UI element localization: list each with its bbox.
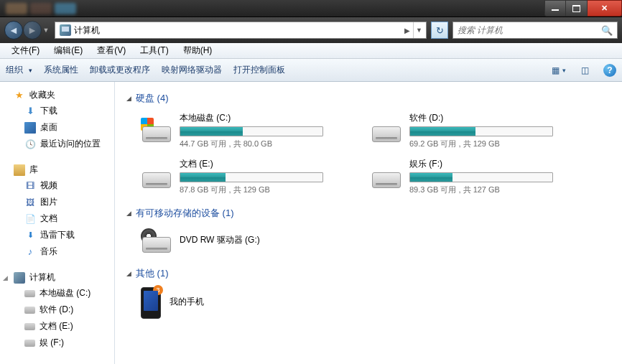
sidebar-item-label: 软件 (D:) — [40, 304, 73, 316]
document-icon — [24, 213, 36, 225]
drive-usage-text: 89.3 GB 可用 , 共 127 GB — [409, 185, 579, 195]
sidebar-computer-header[interactable]: ◢ 计算机 — [0, 270, 114, 285]
sidebar-favorites-header[interactable]: ★ 收藏夹 — [0, 88, 114, 103]
menu-bar: 文件(F) 编辑(E) 查看(V) 工具(T) 帮助(H) — [0, 43, 622, 59]
drive-name: 娱乐 (F:) — [409, 158, 579, 170]
hard-drive-icon — [141, 162, 172, 191]
sidebar-item-label: 本地磁盘 (C:) — [40, 287, 90, 299]
breadcrumb-separator-icon[interactable]: ▶ — [401, 27, 413, 34]
window-minimize-button[interactable] — [544, 0, 566, 17]
section-header-hdd[interactable]: ◢ 硬盘 (4) — [126, 92, 611, 105]
toolbar-open-control-panel[interactable]: 打开控制面板 — [233, 64, 285, 76]
sidebar-item-label: 视频 — [40, 179, 57, 192]
sidebar-libraries-label: 库 — [29, 164, 38, 176]
computer-icon — [14, 272, 25, 284]
hdd-drive-list: 本地磁盘 (C:)44.7 GB 可用 , 共 80.0 GB软件 (D:)69… — [126, 112, 611, 195]
sidebar-drive-d[interactable]: 软件 (D:) — [0, 302, 114, 318]
drive-item[interactable]: 文档 (E:)87.8 GB 可用 , 共 129 GB — [141, 158, 349, 195]
section-title: 其他 (1) — [136, 267, 169, 280]
drive-usage-text: 44.7 GB 可用 , 共 80.0 GB — [180, 139, 349, 149]
picture-icon — [24, 197, 36, 208]
titlebar-blur-area — [0, 0, 544, 17]
section-header-removable[interactable]: ◢ 有可移动存储的设备 (1) — [126, 207, 611, 220]
navigation-pane: ★ 收藏夹 ⬇ 下载 桌面 最近访问的位置 库 — [0, 82, 115, 364]
other-device-item[interactable]: 3我的手机 — [141, 287, 204, 319]
sidebar-item-label: 娱 (F:) — [40, 337, 64, 349]
sidebar-libraries-header[interactable]: 库 — [0, 162, 114, 177]
drive-icon — [24, 307, 35, 314]
section-title: 硬盘 (4) — [136, 92, 169, 105]
drive-item[interactable]: 软件 (D:)69.2 GB 可用 , 共 129 GB — [371, 112, 579, 149]
hard-drive-icon — [141, 116, 172, 145]
address-bar[interactable]: 计算机 ▶ ▼ — [55, 22, 427, 39]
content-pane: ◢ 硬盘 (4) 本地磁盘 (C:)44.7 GB 可用 , 共 80.0 GB… — [115, 82, 622, 364]
drive-name: 软件 (D:) — [409, 112, 579, 124]
other-device-list: 3我的手机 — [126, 287, 611, 319]
drive-info: 本地磁盘 (C:)44.7 GB 可用 , 共 80.0 GB — [180, 112, 349, 149]
drive-info: 软件 (D:)69.2 GB 可用 , 共 129 GB — [409, 112, 579, 149]
drive-name: 本地磁盘 (C:) — [180, 112, 349, 124]
drive-item[interactable]: 本地磁盘 (C:)44.7 GB 可用 , 共 80.0 GB — [141, 112, 349, 149]
menu-view[interactable]: 查看(V) — [90, 42, 133, 59]
sidebar-item-videos[interactable]: 视频 — [0, 177, 114, 194]
music-icon — [24, 246, 36, 258]
refresh-button[interactable]: ↻ — [431, 22, 448, 39]
menu-tools[interactable]: 工具(T) — [133, 42, 175, 59]
menu-file[interactable]: 文件(F) — [4, 42, 47, 59]
sidebar-item-desktop[interactable]: 桌面 — [0, 119, 114, 136]
nav-history-dropdown[interactable]: ▼ — [42, 27, 50, 34]
sidebar-favorites-label: 收藏夹 — [29, 89, 55, 101]
sidebar-drive-c[interactable]: 本地磁盘 (C:) — [0, 285, 114, 302]
section-header-other[interactable]: ◢ 其他 (1) — [126, 267, 611, 280]
organize-button[interactable]: 组织 — [6, 64, 32, 76]
navigation-bar: ◄ ► ▼ 计算机 ▶ ▼ ↻ 🔍 — [0, 17, 622, 43]
sidebar-item-label: 迅雷下载 — [40, 229, 75, 241]
desktop-icon — [24, 122, 36, 134]
sidebar-favorites-group: ★ 收藏夹 ⬇ 下载 桌面 最近访问的位置 — [0, 88, 114, 152]
help-icon[interactable]: ? — [603, 64, 616, 77]
search-box[interactable]: 🔍 — [452, 22, 618, 39]
drive-icon — [24, 340, 35, 347]
address-dropdown-icon[interactable]: ▼ — [413, 22, 424, 38]
sidebar-drive-e[interactable]: 文档 (E:) — [0, 318, 114, 335]
view-options-button[interactable]: ▦ — [552, 63, 566, 78]
window-titlebar — [0, 0, 622, 17]
menu-help[interactable]: 帮助(H) — [176, 42, 220, 59]
collapse-icon: ◢ — [126, 95, 131, 102]
toolbar-uninstall-programs[interactable]: 卸载或更改程序 — [90, 64, 150, 76]
sidebar-item-music[interactable]: 音乐 — [0, 243, 114, 260]
sidebar-item-label: 文档 (E:) — [40, 320, 73, 332]
drive-name: 文档 (E:) — [180, 158, 349, 170]
drive-info: 文档 (E:)87.8 GB 可用 , 共 129 GB — [180, 158, 349, 195]
drive-usage-text: 87.8 GB 可用 , 共 129 GB — [180, 185, 349, 195]
library-icon — [14, 164, 25, 176]
window-close-button[interactable] — [588, 0, 622, 17]
nav-back-button[interactable]: ◄ — [4, 21, 23, 39]
toolbar-system-properties[interactable]: 系统属性 — [44, 64, 78, 76]
hard-drive-icon — [371, 162, 402, 191]
notification-badge: 3 — [153, 285, 163, 295]
sidebar-item-label: 下载 — [40, 105, 57, 117]
sidebar-item-documents[interactable]: 文档 — [0, 210, 114, 227]
sidebar-drive-f[interactable]: 娱 (F:) — [0, 335, 114, 351]
search-icon[interactable]: 🔍 — [601, 25, 613, 36]
drive-icon — [24, 323, 35, 330]
drive-item[interactable]: 娱乐 (F:)89.3 GB 可用 , 共 127 GB — [371, 158, 579, 195]
device-name: DVD RW 驱动器 (G:) — [180, 234, 349, 246]
sidebar-item-label: 图片 — [40, 196, 57, 208]
sidebar-item-downloads[interactable]: ⬇ 下载 — [0, 103, 114, 119]
sidebar-item-thunder[interactable]: 迅雷下载 — [0, 227, 114, 243]
sidebar-item-pictures[interactable]: 图片 — [0, 194, 114, 210]
nav-forward-button[interactable]: ► — [23, 21, 42, 39]
recent-icon — [24, 139, 36, 150]
drive-info: 娱乐 (F:)89.3 GB 可用 , 共 127 GB — [409, 158, 579, 195]
toolbar-map-network-drive[interactable]: 映射网络驱动器 — [162, 64, 222, 76]
search-input[interactable] — [458, 25, 601, 35]
sidebar-computer-label: 计算机 — [29, 271, 55, 284]
window-maximize-button[interactable] — [566, 0, 588, 17]
preview-pane-button[interactable]: ◫ — [577, 63, 592, 78]
menu-edit[interactable]: 编辑(E) — [47, 42, 90, 59]
sidebar-item-recent[interactable]: 最近访问的位置 — [0, 136, 114, 152]
thunder-icon — [24, 230, 36, 241]
removable-device-item[interactable]: DVDDVD RW 驱动器 (G:) — [141, 227, 349, 256]
